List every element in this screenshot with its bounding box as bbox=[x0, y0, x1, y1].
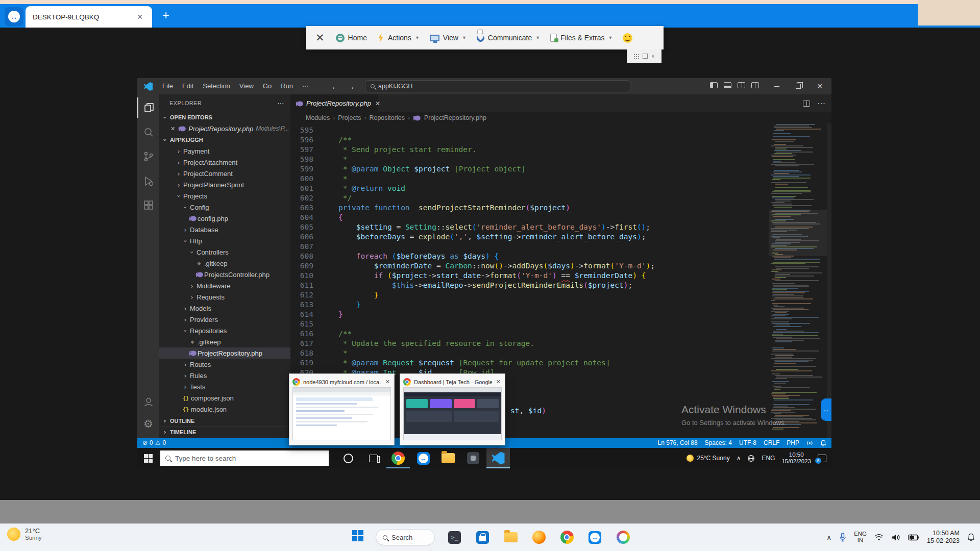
minimize-button[interactable]: ─ bbox=[766, 78, 788, 94]
menu-file[interactable]: File bbox=[158, 78, 178, 94]
code-line[interactable]: 603 private function _sendProjectStartRe… bbox=[290, 203, 655, 213]
code-line[interactable]: 608 foreach ($beforeDays as $days) { bbox=[290, 252, 655, 261]
tree-item-http[interactable]: ›Http bbox=[159, 235, 290, 246]
taskbar-icon-store[interactable] bbox=[469, 523, 497, 551]
explorer-icon[interactable] bbox=[137, 97, 159, 118]
taskbar-icon-cortana[interactable] bbox=[336, 448, 360, 468]
tree-item-projectrepository-php[interactable]: ProjectRepository.php bbox=[159, 347, 290, 359]
remote-ports-icon[interactable] bbox=[806, 440, 813, 446]
tree-item-projectplannersprint[interactable]: ›ProjectPlannerSprint bbox=[159, 179, 290, 190]
window-preview-card[interactable]: Dashboard | Teja Tech - Google ... ✕ bbox=[400, 373, 505, 445]
teamviewer-mini-panel[interactable]: ∧ bbox=[627, 49, 662, 63]
status-spaces-4[interactable]: Spaces: 4 bbox=[705, 439, 732, 446]
code-line[interactable]: 615 bbox=[290, 319, 655, 329]
source-control-icon[interactable] bbox=[137, 146, 159, 167]
host-weather-widget[interactable]: 21°C Sunny bbox=[7, 527, 42, 541]
close-editor-icon[interactable]: ✕ bbox=[170, 126, 175, 132]
settings-gear-icon[interactable]: ⚙ bbox=[137, 414, 159, 434]
code-line[interactable]: 614 } bbox=[290, 310, 655, 319]
scrollbar[interactable] bbox=[827, 123, 831, 438]
tray-chevron-icon[interactable]: ∧ bbox=[827, 534, 832, 541]
code-line[interactable]: 609 $reminderDate = Carbon::now()->addDa… bbox=[290, 261, 655, 271]
start-button-icon[interactable] bbox=[144, 454, 153, 463]
menu-edit[interactable]: Edit bbox=[178, 78, 198, 94]
clock[interactable]: 10:50 15/02/2023 bbox=[781, 452, 811, 465]
tree-item-repositories[interactable]: ›Repositories bbox=[159, 325, 290, 336]
breadcrumb-item[interactable]: Projects bbox=[338, 114, 361, 121]
code-line[interactable]: 595 bbox=[290, 126, 655, 135]
code-line[interactable]: 606 $beforeDays = explode(',', $setting-… bbox=[290, 232, 655, 242]
new-tab-button[interactable]: + bbox=[162, 8, 169, 22]
close-preview-icon[interactable]: ✕ bbox=[495, 379, 502, 385]
customize-layout-icon[interactable] bbox=[751, 82, 759, 88]
more-actions-icon[interactable]: ⋯ bbox=[817, 98, 825, 108]
network-globe-icon[interactable] bbox=[747, 455, 755, 462]
problems-indicator[interactable]: ⊘ 0 ⚠ 0 bbox=[142, 439, 166, 446]
language-indicator[interactable]: ENG bbox=[762, 455, 775, 462]
minimap[interactable] bbox=[769, 123, 827, 438]
code-line[interactable]: 607 bbox=[290, 242, 655, 252]
taskbar-icon-teamviewer[interactable] bbox=[581, 523, 609, 551]
tree-item-tests[interactable]: ›Tests bbox=[159, 381, 290, 392]
forward-icon[interactable]: → bbox=[347, 82, 355, 91]
volume-icon[interactable] bbox=[891, 534, 900, 541]
tree-item-database[interactable]: ›Database bbox=[159, 224, 290, 235]
grid-icon[interactable] bbox=[633, 54, 639, 59]
toolbar-item-view[interactable]: View▼ bbox=[430, 34, 467, 42]
session-tab[interactable]: DESKTOP-9LLQBKQ ✕ bbox=[26, 6, 152, 28]
toolbar-item-files[interactable]: Files & Extras▼ bbox=[550, 34, 612, 42]
toolbar-item-home[interactable]: Home bbox=[336, 34, 367, 42]
tree-item-gitkeep[interactable]: ◆.gitkeep bbox=[159, 336, 290, 347]
breadcrumb-file[interactable]: ProjectRepository.php bbox=[424, 114, 486, 121]
section-timeline[interactable]: › TIMELINE bbox=[159, 426, 290, 437]
tree-item-providers[interactable]: ›Providers bbox=[159, 314, 290, 325]
taskbar-icon-task-view[interactable] bbox=[361, 448, 385, 468]
close-tab-icon[interactable]: ✕ bbox=[375, 100, 380, 107]
toolbar-item-communicate[interactable]: Communicate▼ bbox=[477, 34, 540, 42]
more-actions-icon[interactable]: ⋯ bbox=[277, 99, 284, 107]
tree-item-payment[interactable]: ›Payment bbox=[159, 145, 290, 157]
back-icon[interactable]: ← bbox=[331, 82, 339, 91]
code-line[interactable]: 617 * Update the specified resource in s… bbox=[290, 339, 655, 348]
clock[interactable]: 10:50 AM 15-02-2023 bbox=[927, 530, 960, 545]
section-outline[interactable]: › OUTLINE bbox=[159, 415, 290, 426]
taskbar-icon-teamviewer[interactable] bbox=[411, 448, 435, 468]
code-line[interactable]: 610 if ($project->start_date->format('Y-… bbox=[290, 271, 655, 281]
close-preview-icon[interactable]: ✕ bbox=[384, 379, 391, 385]
window-preview-card[interactable]: node4930.myfcloud.com / loca... ✕ bbox=[289, 373, 395, 445]
editor-tab[interactable]: ProjectRepository.php ✕ bbox=[290, 94, 378, 112]
tree-item-rules[interactable]: ›Rules bbox=[159, 370, 290, 381]
start-button-icon[interactable] bbox=[352, 530, 363, 541]
code-line[interactable]: 596 /** bbox=[290, 135, 655, 145]
run-debug-icon[interactable] bbox=[137, 171, 159, 191]
tray-chevron-icon[interactable]: ∧ bbox=[737, 455, 741, 462]
fullscreen-icon[interactable] bbox=[643, 54, 648, 59]
split-editor-icon[interactable] bbox=[803, 101, 810, 107]
toggle-sidebar-icon[interactable] bbox=[710, 82, 718, 88]
action-center-icon[interactable]: 6 bbox=[818, 455, 826, 462]
taskbar-icon-chrome[interactable] bbox=[386, 448, 410, 468]
status-ln-576-col-88[interactable]: Ln 576, Col 88 bbox=[658, 439, 698, 446]
tree-item-projects[interactable]: ›Projects bbox=[159, 190, 290, 202]
taskbar-icon-file-explorer[interactable] bbox=[436, 448, 460, 468]
tree-item-projectcomment[interactable]: ›ProjectComment bbox=[159, 168, 290, 179]
account-icon[interactable] bbox=[137, 392, 159, 412]
taskbar-icon-snip[interactable] bbox=[609, 523, 637, 551]
status-crlf[interactable]: CRLF bbox=[764, 439, 779, 446]
close-session-button[interactable]: ✕ bbox=[315, 32, 325, 44]
taskbar-search-box[interactable]: Type here to search bbox=[160, 450, 329, 466]
menu-go[interactable]: Go bbox=[258, 78, 276, 94]
host-search-box[interactable]: Search bbox=[376, 529, 435, 545]
search-icon[interactable] bbox=[137, 122, 159, 142]
weather-widget[interactable]: 25°C Sunny bbox=[687, 455, 729, 462]
extensions-icon[interactable] bbox=[137, 195, 159, 216]
tree-item-composer-json[interactable]: {}composer.json bbox=[159, 392, 290, 404]
tree-item-models[interactable]: ›Models bbox=[159, 303, 290, 314]
tree-item-requests[interactable]: ›Requests bbox=[159, 291, 290, 303]
code-line[interactable]: 599 * @param Object $project [Project ob… bbox=[290, 164, 655, 174]
section-root-folder[interactable]: › APPKIJGGH bbox=[159, 134, 290, 145]
tree-item-config-php[interactable]: config.php bbox=[159, 213, 290, 224]
menu-selection[interactable]: Selection bbox=[198, 78, 234, 94]
restore-button[interactable] bbox=[788, 78, 809, 94]
teamviewer-side-handle[interactable]: ↔ bbox=[821, 398, 831, 421]
